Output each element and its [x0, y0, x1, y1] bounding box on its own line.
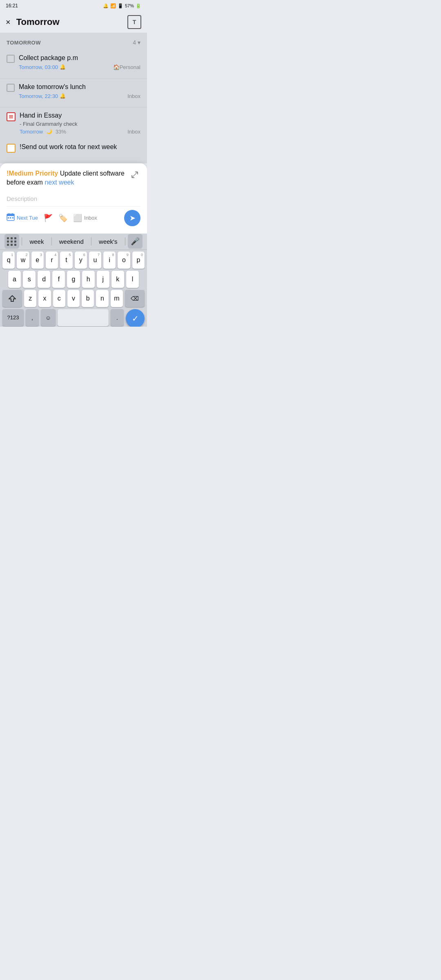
- key-o[interactable]: o9: [118, 252, 130, 269]
- task-meta-2: Tomorrow, 22:30 🔔 Inbox: [19, 93, 140, 99]
- key-g[interactable]: g: [67, 271, 80, 288]
- key-u[interactable]: u7: [89, 252, 101, 269]
- key-h[interactable]: h: [82, 271, 95, 288]
- close-button[interactable]: ×: [6, 18, 11, 27]
- status-right: 🔔 📶 📱 57% 🔋: [103, 3, 141, 9]
- svg-rect-10: [7, 214, 14, 216]
- svg-rect-13: [8, 217, 9, 218]
- key-x[interactable]: x: [38, 290, 51, 307]
- input-highlight: next week: [45, 179, 74, 186]
- description-placeholder[interactable]: Description: [7, 195, 140, 202]
- tag-button[interactable]: 🏷️: [58, 214, 67, 223]
- status-time: 16:21: [6, 3, 18, 9]
- key-n[interactable]: n: [96, 290, 108, 307]
- signal-icon: 📱: [118, 3, 123, 9]
- list-item: Collect package p.m Tomorrow, 03:00 🔔 🏠P…: [0, 50, 147, 78]
- list-item: Hand in Essay - Final Grammarly check To…: [0, 107, 147, 139]
- flag-icon: 🚩: [44, 214, 53, 223]
- key-d[interactable]: d: [38, 271, 50, 288]
- key-r[interactable]: r4: [46, 252, 58, 269]
- task-progress-3: 33%: [56, 129, 66, 135]
- key-j[interactable]: j: [97, 271, 109, 288]
- send-button[interactable]: ➤: [124, 210, 140, 226]
- alarm-icon-1: 🔔: [60, 64, 66, 70]
- task-input-field[interactable]: !Medium Priority Update client software …: [7, 169, 126, 187]
- key-row-2: a s d f g h j k l: [2, 271, 145, 288]
- expand-icon: [131, 171, 138, 178]
- key-c[interactable]: c: [53, 290, 65, 307]
- emoji-key[interactable]: ☺: [41, 309, 56, 326]
- chevron-down-icon[interactable]: ▾: [138, 39, 140, 46]
- suggestion-weeks[interactable]: week's: [94, 238, 122, 245]
- svg-line-8: [132, 175, 135, 178]
- section-title: TOMORROW: [7, 40, 41, 46]
- task-checkbox-4[interactable]: [7, 144, 16, 153]
- moon-icon-3: 🌙: [46, 129, 52, 134]
- priority-button[interactable]: 🚩: [44, 214, 53, 223]
- mic-button[interactable]: 🎤: [128, 234, 143, 249]
- header-left: × Tomorrow: [6, 17, 60, 27]
- task-checkbox-2[interactable]: [7, 84, 15, 92]
- suggestion-week[interactable]: week: [24, 238, 49, 245]
- key-w[interactable]: w2: [17, 252, 29, 269]
- inbox-icon: ⬜: [73, 214, 82, 223]
- send-icon: ➤: [129, 214, 136, 223]
- page-title: Tomorrow: [16, 17, 60, 27]
- toolbar-row: Next Tue 🚩 🏷️ ⬜ Inbox ➤: [7, 206, 140, 229]
- battery-icon: 🔋: [136, 3, 141, 9]
- task-tag-3: Inbox: [127, 129, 140, 135]
- key-k[interactable]: k: [111, 271, 124, 288]
- key-f[interactable]: f: [52, 271, 65, 288]
- shift-icon: [9, 295, 16, 302]
- task-content-1: Collect package p.m Tomorrow, 03:00 🔔 🏠P…: [19, 54, 140, 70]
- task-title-1: Collect package p.m: [19, 54, 140, 62]
- key-z[interactable]: z: [24, 290, 36, 307]
- task-title-4: !Send out work rota for next week: [20, 143, 140, 151]
- expand-button[interactable]: [129, 169, 140, 180]
- grid-icon: [7, 237, 17, 246]
- key-y[interactable]: y6: [75, 252, 87, 269]
- tag-icon: 🏷️: [58, 214, 67, 223]
- comma-key[interactable]: ,: [26, 309, 39, 326]
- space-key[interactable]: [58, 309, 109, 326]
- svg-line-7: [135, 172, 138, 175]
- key-l[interactable]: l: [126, 271, 139, 288]
- suggestion-divider-4: [125, 237, 125, 245]
- keyboard-suggestions: week weekend week's 🎤: [0, 234, 147, 250]
- calendar-svg: [7, 213, 15, 221]
- date-picker-button[interactable]: Next Tue: [7, 213, 38, 223]
- input-panel: !Medium Priority Update client software …: [0, 163, 147, 234]
- key-p[interactable]: p0: [132, 252, 145, 269]
- period-key[interactable]: .: [111, 309, 124, 326]
- task-title-3: Hand in Essay: [20, 111, 140, 120]
- task-subtitle-3: - Final Grammarly check: [20, 121, 140, 127]
- inbox-label: Inbox: [84, 215, 97, 221]
- key-i[interactable]: i8: [103, 252, 116, 269]
- main-content: TOMORROW 4 ▾ Collect package p.m Tomorro…: [0, 33, 147, 163]
- format-button[interactable]: T: [127, 15, 141, 29]
- format-icon: T: [133, 19, 136, 25]
- key-s[interactable]: s: [23, 271, 36, 288]
- key-row-1: q1 w2 e3 r4 t5 y6 u7 i8 o9 p0: [2, 252, 145, 269]
- key-m[interactable]: m: [111, 290, 123, 307]
- key-a[interactable]: a: [8, 271, 21, 288]
- task-checkbox-1[interactable]: [7, 55, 15, 63]
- input-row: !Medium Priority Update client software …: [7, 169, 140, 194]
- task-title-2: Make tomorrow's lunch: [19, 83, 140, 91]
- task-checkbox-3[interactable]: [7, 112, 16, 121]
- task-content-4: !Send out work rota for next week: [20, 143, 140, 151]
- delete-key[interactable]: ⌫: [125, 290, 145, 307]
- key-b[interactable]: b: [82, 290, 94, 307]
- enter-key[interactable]: ✓: [126, 309, 145, 327]
- svg-rect-11: [9, 213, 9, 215]
- symbols-key[interactable]: ?123: [2, 309, 24, 326]
- shift-key[interactable]: [2, 290, 22, 307]
- status-bar: 16:21 🔔 📶 📱 57% 🔋: [0, 0, 147, 11]
- inbox-button[interactable]: ⬜ Inbox: [73, 214, 97, 223]
- key-t[interactable]: t5: [60, 252, 72, 269]
- key-e[interactable]: e3: [31, 252, 44, 269]
- suggestion-weekend[interactable]: weekend: [54, 238, 89, 245]
- key-v[interactable]: v: [67, 290, 80, 307]
- keyboard-grid-button[interactable]: [4, 234, 19, 249]
- key-q[interactable]: q1: [2, 252, 15, 269]
